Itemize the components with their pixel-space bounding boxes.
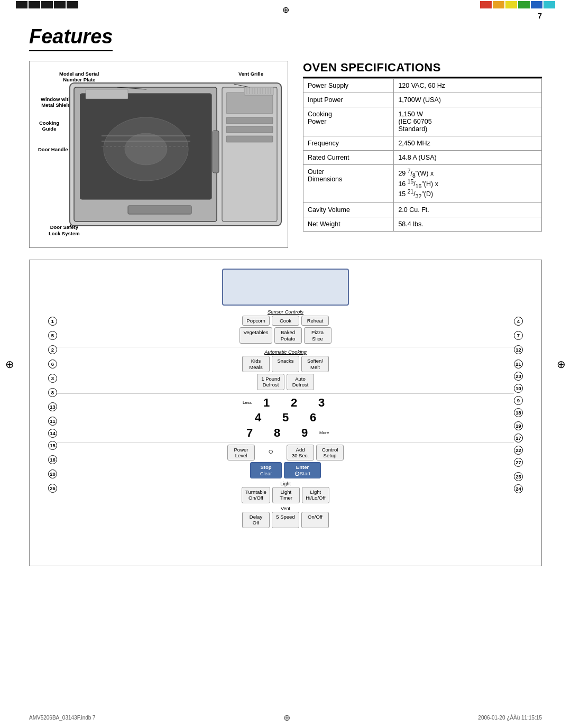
circled-r-25: 25: [514, 472, 523, 481]
sensor-row-1: Popcorn Cook Reheat: [242, 316, 329, 326]
numpad-4[interactable]: 4: [244, 410, 272, 426]
footer-right-text: 2006-01-20 ¿ÀÀü 11:15:15: [478, 715, 542, 721]
cp-left-numbers: 1 5 2 6 3 8 13 11 14 15 16 20 26: [40, 269, 57, 530]
turntable-row: TurntableOn/Off LightTimer LightHi/Lo/Of…: [242, 487, 329, 503]
numpad-5[interactable]: 5: [272, 410, 299, 426]
color-block-2: [29, 1, 40, 8]
spec-value-frequency: 2,450 MHz: [394, 136, 542, 151]
cp-center: Sensor Controls Popcorn Cook Reheat Vege…: [57, 269, 514, 530]
btn-auto-defrost[interactable]: AutoDefrost: [287, 374, 314, 390]
circled-r-18: 18: [514, 408, 523, 417]
btn-delay-off[interactable]: DelayOff: [242, 512, 270, 528]
btn-light-timer[interactable]: LightTimer: [272, 487, 300, 503]
misc-row-1: PowerLevel ○ Add30 Sec. ControlSetup: [227, 445, 344, 461]
btn-vegetables[interactable]: Vegetables: [240, 327, 272, 344]
btn-cook[interactable]: Cook: [272, 316, 299, 326]
circled-r-9: 9: [514, 396, 523, 405]
numpad-9[interactable]: 9: [291, 426, 318, 441]
btn-control-setup[interactable]: ControlSetup: [316, 445, 344, 461]
numpad-8[interactable]: 8: [263, 426, 291, 441]
header-color-blocks-right: [480, 0, 571, 10]
spec-value-cooking-power: 1,150 W(IEC 60705Standard): [394, 107, 542, 136]
circled-3: 3: [48, 374, 57, 383]
circled-r-19: 19: [514, 421, 523, 430]
svg-rect-16: [244, 87, 273, 95]
btn-add-30sec[interactable]: Add30 Sec.: [287, 445, 314, 461]
btn-circle[interactable]: ○: [257, 445, 284, 461]
cp-right-numbers: 4 7 12 21 23 10 9 18 19 17 22 27 25 24: [514, 269, 531, 530]
circled-8: 8: [48, 388, 57, 397]
btn-turntable[interactable]: TurntableOn/Off: [242, 487, 270, 503]
btn-pizza-slice[interactable]: PizzaSlice: [304, 327, 331, 344]
btn-reheat[interactable]: Reheat: [301, 316, 329, 326]
specs-table: Power Supply 120 VAC, 60 Hz Input Power …: [303, 78, 542, 232]
display-screen: [222, 269, 349, 306]
spec-value-power-supply: 120 VAC, 60 Hz: [394, 79, 542, 93]
circled-16: 16: [48, 455, 57, 464]
svg-rect-11: [226, 117, 273, 124]
btn-power-level[interactable]: PowerLevel: [227, 445, 255, 461]
vent-label: Vent: [281, 506, 290, 511]
stop-enter-row: StopClear Enter⏻Start: [250, 462, 321, 478]
circled-r-12: 12: [514, 345, 523, 354]
numpad-1[interactable]: 1: [253, 395, 280, 411]
specs-area: OVEN SPECIFICATIONS Power Supply 120 VAC…: [303, 61, 542, 248]
btn-1-pound-defrost[interactable]: 1 PoundDefrost: [257, 374, 284, 390]
light-label: Light: [280, 481, 291, 486]
page-title: Features: [29, 25, 113, 51]
btn-light-hi-lo[interactable]: LightHi/Lo/Off: [302, 487, 329, 503]
btn-soften-melt[interactable]: Soften/Melt: [301, 356, 329, 372]
color-block-green: [518, 1, 530, 8]
numpad-6[interactable]: 6: [299, 410, 327, 426]
circled-r-22: 22: [514, 446, 523, 455]
divider-3: [57, 443, 514, 443]
svg-rect-12: [226, 126, 273, 133]
color-block-red: [480, 1, 492, 8]
footer-crosshair: ⊕: [283, 713, 290, 723]
circled-r-23: 23: [514, 372, 523, 381]
btn-enter-start[interactable]: Enter⏻Start: [284, 462, 321, 478]
page-footer: AMV5206BA_03143F.indb 7 ⊕ 2006-01-20 ¿ÀÀ…: [0, 713, 571, 723]
header-crosshair: ⊕: [281, 5, 290, 14]
btn-stop-clear[interactable]: StopClear: [250, 462, 282, 478]
specs-title: OVEN SPECIFICATIONS: [303, 61, 542, 78]
control-panel-diagram-box: 1 5 2 6 3 8 13 11 14 15 16 20 26 Sensor …: [29, 260, 542, 566]
spec-row-net-weight: Net Weight 58.4 lbs.: [303, 217, 542, 231]
page-content: Features Model and SerialNumber Plate Ve…: [0, 10, 571, 582]
spec-row-cavity-volume: Cavity Volume 2.0 Cu. Ft.: [303, 202, 542, 217]
numpad-7[interactable]: 7: [236, 426, 263, 441]
btn-kids-meals[interactable]: KidsMeals: [242, 356, 270, 372]
circled-6: 6: [48, 360, 57, 368]
footer-left-text: AMV5206BA_03143F.indb 7: [29, 715, 96, 721]
spec-label-cooking-power: CookingPower: [303, 107, 394, 136]
svg-rect-13: [226, 136, 273, 142]
header-bar: ⊕: [0, 0, 571, 10]
spec-label-rated-current: Rated Current: [303, 151, 394, 165]
numpad-3[interactable]: 3: [308, 395, 335, 411]
spec-label-frequency: Frequency: [303, 136, 394, 151]
spec-row-frequency: Frequency 2,450 MHz: [303, 136, 542, 151]
spec-row-cooking-power: CookingPower 1,150 W(IEC 60705Standard): [303, 107, 542, 136]
label-door-handle: Door Handle: [38, 146, 68, 152]
btn-snacks[interactable]: Snacks: [272, 356, 299, 372]
spec-row-power-supply: Power Supply 120 VAC, 60 Hz: [303, 79, 542, 93]
spec-label-cavity-volume: Cavity Volume: [303, 202, 394, 217]
btn-5-speed[interactable]: 5 Speed: [272, 512, 299, 528]
btn-on-off[interactable]: On/Off: [301, 512, 329, 528]
circled-r-10: 10: [514, 384, 523, 393]
numpad-row-3: 7 8 9: [236, 426, 318, 441]
circled-5: 5: [48, 331, 57, 340]
numpad-2[interactable]: 2: [280, 395, 308, 411]
circled-15: 15: [48, 441, 57, 450]
btn-popcorn[interactable]: Popcorn: [242, 316, 270, 326]
color-block-3: [41, 1, 53, 8]
main-layout: Model and SerialNumber Plate Vent Grille…: [29, 61, 542, 248]
less-label: Less: [236, 401, 252, 406]
divider-1: [57, 347, 514, 347]
circled-26: 26: [48, 484, 57, 493]
cp-wrapper: 1 5 2 6 3 8 13 11 14 15 16 20 26 Sensor …: [40, 269, 531, 530]
circled-14: 14: [48, 429, 57, 438]
btn-baked-potato[interactable]: BakedPotato: [274, 327, 302, 344]
svg-rect-10: [226, 93, 273, 114]
auto-row-1: KidsMeals Snacks Soften/Melt: [242, 356, 329, 372]
